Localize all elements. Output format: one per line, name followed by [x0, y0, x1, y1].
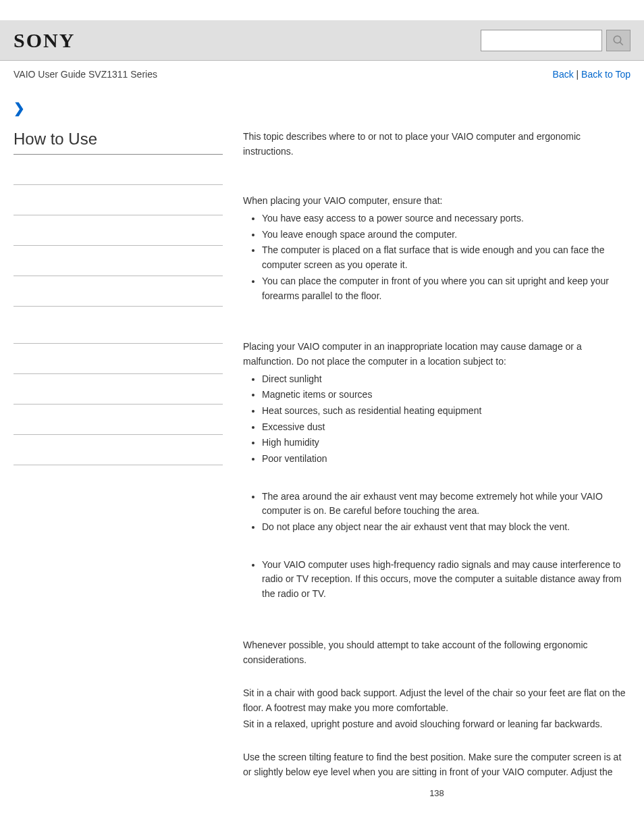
- screen-para: Use the screen tilting feature to find t…: [243, 750, 630, 779]
- list-item: You can place the computer in front of y…: [262, 274, 630, 303]
- search-input[interactable]: [481, 30, 602, 51]
- back-to-top-link[interactable]: Back to Top: [581, 69, 630, 80]
- sidebar-divider: [14, 374, 223, 405]
- vent-list: The area around the air exhaust vent may…: [243, 490, 630, 535]
- sidebar: How to Use: [14, 130, 223, 807]
- list-item: Heat sources, such as residential heatin…: [262, 404, 630, 419]
- list-item: Poor ventilation: [262, 452, 630, 467]
- avoid-intro: Placing your VAIO computer in an inappro…: [243, 340, 630, 369]
- sony-logo: SONY: [14, 29, 75, 52]
- search-button[interactable]: [606, 30, 630, 51]
- sit-para2: Sit in a relaxed, upright posture and av…: [243, 717, 630, 732]
- avoid-list: Direct sunlight Magnetic items or source…: [243, 372, 630, 467]
- list-item: Excessive dust: [262, 420, 630, 435]
- svg-point-0: [614, 36, 621, 43]
- list-item: You leave enough space around the comput…: [262, 228, 630, 242]
- search-wrap: [481, 30, 630, 51]
- nav-separator: |: [574, 69, 581, 80]
- list-item: Magnetic items or sources: [262, 388, 630, 402]
- sidebar-divider: [14, 185, 223, 215]
- list-item: Your VAIO computer uses high-frequency r…: [262, 558, 630, 602]
- sidebar-divider: [14, 246, 223, 276]
- sidebar-divider: [14, 313, 223, 344]
- header-bar: SONY: [0, 20, 644, 61]
- sidebar-divider: [14, 276, 223, 307]
- svg-line-1: [620, 42, 623, 45]
- sidebar-divider: [14, 405, 223, 435]
- list-item: High humidity: [262, 436, 630, 450]
- sit-para1: Sit in a chair with good back support. A…: [243, 686, 630, 715]
- nav-links: Back | Back to Top: [553, 69, 630, 80]
- list-item: Direct sunlight: [262, 372, 630, 387]
- search-icon: [612, 34, 624, 47]
- sidebar-heading: How to Use: [14, 130, 223, 155]
- placing-list: You have easy access to a power source a…: [243, 211, 630, 303]
- list-item: The area around the air exhaust vent may…: [262, 490, 630, 519]
- list-item: The computer is placed on a flat surface…: [262, 243, 630, 272]
- main-content: This topic describes where to or not to …: [223, 130, 630, 807]
- list-item: Do not place any object near the air exh…: [262, 520, 630, 535]
- intro-text: This topic describes where to or not to …: [243, 130, 630, 159]
- list-item: You have easy access to a power source a…: [262, 211, 630, 226]
- content-wrap: How to Use This topic describes where to…: [0, 130, 644, 807]
- sidebar-divider: [14, 435, 223, 465]
- radio-list: Your VAIO computer uses high-frequency r…: [243, 558, 630, 602]
- sidebar-divider: [14, 344, 223, 374]
- sidebar-divider: [14, 155, 223, 185]
- back-link[interactable]: Back: [553, 69, 574, 80]
- chevron-right-icon: ❯: [14, 100, 644, 116]
- ergo-intro: Whenever possible, you should attempt to…: [243, 638, 630, 667]
- page-number: 138: [243, 787, 630, 800]
- subheader: VAIO User Guide SVZ1311 Series Back | Ba…: [0, 61, 644, 100]
- sidebar-divider: [14, 215, 223, 246]
- guide-title: VAIO User Guide SVZ1311 Series: [14, 69, 157, 80]
- placing-intro: When placing your VAIO computer, ensure …: [243, 194, 630, 209]
